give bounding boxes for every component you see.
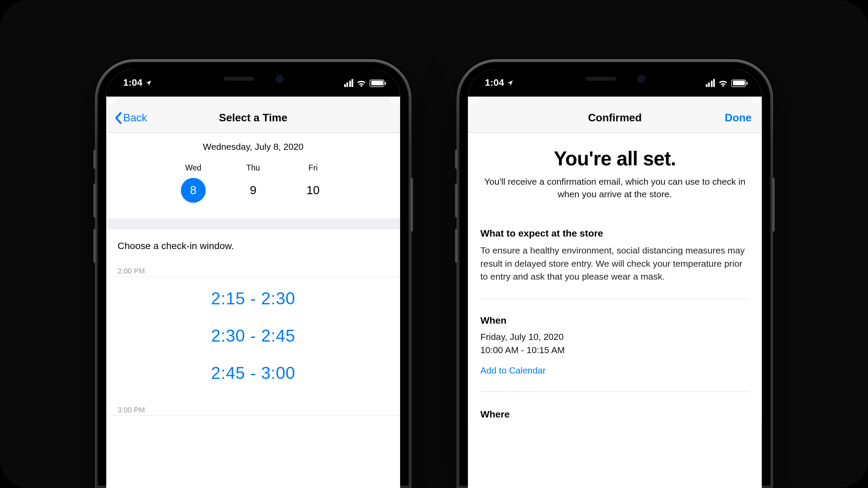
expect-body: To ensure a healthy environment, social …: [480, 244, 749, 283]
back-button[interactable]: Back: [114, 111, 147, 124]
battery-icon: [731, 79, 746, 87]
hero-body: You'll receive a confirmation email, whi…: [480, 176, 749, 201]
nav-title: Confirmed: [588, 111, 642, 124]
location-icon: [145, 80, 152, 86]
nav-bar: Back Select a Time: [106, 103, 400, 133]
day-picker: Wed 8 Thu 9 Fri 10: [106, 160, 400, 219]
cellular-icon: [344, 79, 353, 87]
status-time: 1:04: [123, 77, 142, 88]
day-abbr: Thu: [241, 163, 265, 172]
day-abbr: Wed: [181, 163, 205, 172]
time-slot[interactable]: 2:30 - 2:45: [106, 318, 400, 355]
day-number: 9: [241, 178, 265, 203]
status-bar: 1:04: [468, 69, 762, 97]
hour-label: 2:00 PM: [106, 257, 400, 277]
hour-label: 3:00 PM: [106, 395, 400, 416]
status-time: 1:04: [485, 77, 504, 88]
cellular-icon: [706, 79, 715, 87]
day-number: 8: [181, 178, 205, 203]
wifi-icon: [718, 79, 728, 87]
time-slot[interactable]: 2:15 - 2:30: [106, 280, 400, 318]
done-button[interactable]: Done: [725, 111, 752, 124]
when-heading: When: [480, 316, 749, 327]
day-number: 10: [301, 178, 326, 203]
hero-title: You're all set.: [480, 147, 749, 170]
phone-left: 1:04 Back Select a: [95, 59, 411, 488]
add-to-calendar-link[interactable]: Add to Calendar: [480, 366, 546, 376]
status-bar: 1:04: [106, 69, 400, 97]
day-option-fri[interactable]: Fri 10: [301, 163, 326, 203]
where-heading: Where: [480, 409, 749, 420]
choose-window-label: Choose a check-in window.: [106, 229, 400, 257]
back-label: Back: [123, 111, 147, 124]
nav-bar: Confirmed Done: [468, 103, 762, 133]
battery-icon: [370, 79, 384, 87]
time-slot[interactable]: 2:45 - 3:00: [106, 355, 400, 392]
date-header: Wednesday, July 8, 2020: [106, 133, 400, 160]
day-option-thu[interactable]: Thu 9: [241, 163, 265, 203]
day-abbr: Fri: [301, 163, 326, 172]
wifi-icon: [357, 79, 366, 87]
location-icon: [507, 80, 514, 86]
chevron-left-icon: [114, 111, 122, 124]
when-time: 10:00 AM - 10:15 AM: [480, 344, 749, 357]
nav-title: Select a Time: [219, 111, 288, 124]
when-date: Friday, July 10, 2020: [480, 331, 749, 344]
day-option-wed[interactable]: Wed 8: [181, 163, 205, 203]
phone-right: 1:04 Confirmed Done: [457, 59, 773, 488]
expect-heading: What to expect at the store: [480, 228, 749, 239]
